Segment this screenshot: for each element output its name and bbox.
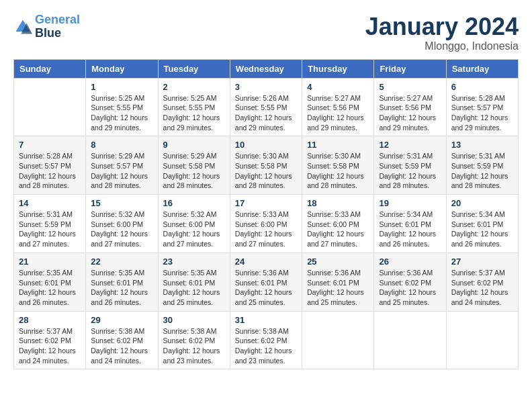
week-row-3: 14Sunrise: 5:31 AM Sunset: 5:59 PM Dayli… bbox=[14, 195, 519, 253]
column-header-saturday: Saturday bbox=[446, 59, 518, 78]
day-number: 25 bbox=[307, 257, 369, 267]
day-cell: 29Sunrise: 5:38 AM Sunset: 6:02 PM Dayli… bbox=[86, 311, 158, 369]
day-info: Sunrise: 5:38 AM Sunset: 6:02 PM Dayligh… bbox=[91, 326, 152, 366]
day-cell: 21Sunrise: 5:35 AM Sunset: 6:01 PM Dayli… bbox=[14, 253, 86, 311]
page-header: General Blue January 2024 Mlonggo, Indon… bbox=[13, 13, 519, 52]
day-info: Sunrise: 5:33 AM Sunset: 6:00 PM Dayligh… bbox=[307, 210, 369, 249]
column-header-monday: Monday bbox=[86, 59, 158, 78]
week-row-5: 28Sunrise: 5:37 AM Sunset: 6:02 PM Dayli… bbox=[14, 311, 519, 369]
day-number: 20 bbox=[451, 198, 513, 208]
day-number: 12 bbox=[379, 140, 441, 150]
day-info: Sunrise: 5:36 AM Sunset: 6:01 PM Dayligh… bbox=[307, 268, 369, 308]
day-cell bbox=[14, 78, 86, 136]
day-number: 27 bbox=[451, 257, 513, 267]
day-cell: 2Sunrise: 5:25 AM Sunset: 5:55 PM Daylig… bbox=[158, 78, 230, 136]
day-cell: 4Sunrise: 5:27 AM Sunset: 5:56 PM Daylig… bbox=[302, 78, 374, 136]
day-cell: 17Sunrise: 5:33 AM Sunset: 6:00 PM Dayli… bbox=[230, 195, 302, 253]
day-cell: 16Sunrise: 5:32 AM Sunset: 6:00 PM Dayli… bbox=[158, 195, 230, 253]
day-cell: 5Sunrise: 5:27 AM Sunset: 5:56 PM Daylig… bbox=[374, 78, 446, 136]
day-number: 21 bbox=[19, 257, 81, 267]
day-info: Sunrise: 5:29 AM Sunset: 5:58 PM Dayligh… bbox=[163, 151, 225, 191]
calendar-table: SundayMondayTuesdayWednesdayThursdayFrid… bbox=[13, 59, 519, 370]
day-info: Sunrise: 5:35 AM Sunset: 6:01 PM Dayligh… bbox=[91, 268, 152, 308]
day-cell: 10Sunrise: 5:30 AM Sunset: 5:58 PM Dayli… bbox=[230, 136, 302, 195]
day-number: 19 bbox=[379, 198, 441, 208]
day-info: Sunrise: 5:26 AM Sunset: 5:55 PM Dayligh… bbox=[235, 93, 297, 133]
day-info: Sunrise: 5:34 AM Sunset: 6:01 PM Dayligh… bbox=[451, 210, 513, 249]
day-number: 23 bbox=[163, 257, 225, 267]
day-number: 26 bbox=[379, 257, 441, 267]
day-cell: 19Sunrise: 5:34 AM Sunset: 6:01 PM Dayli… bbox=[374, 195, 446, 253]
day-info: Sunrise: 5:32 AM Sunset: 6:00 PM Dayligh… bbox=[91, 210, 152, 249]
title-block: January 2024 Mlonggo, Indonesia bbox=[365, 13, 519, 52]
day-info: Sunrise: 5:30 AM Sunset: 5:58 PM Dayligh… bbox=[235, 151, 297, 191]
day-cell: 26Sunrise: 5:36 AM Sunset: 6:02 PM Dayli… bbox=[374, 253, 446, 311]
day-info: Sunrise: 5:31 AM Sunset: 5:59 PM Dayligh… bbox=[19, 210, 81, 249]
day-cell: 24Sunrise: 5:36 AM Sunset: 6:01 PM Dayli… bbox=[230, 253, 302, 311]
day-number: 7 bbox=[19, 140, 81, 150]
day-number: 1 bbox=[91, 82, 152, 92]
day-number: 15 bbox=[91, 198, 152, 208]
day-info: Sunrise: 5:28 AM Sunset: 5:57 PM Dayligh… bbox=[451, 93, 513, 133]
day-cell bbox=[374, 311, 446, 369]
day-cell: 18Sunrise: 5:33 AM Sunset: 6:00 PM Dayli… bbox=[302, 195, 374, 253]
day-cell: 11Sunrise: 5:30 AM Sunset: 5:58 PM Dayli… bbox=[302, 136, 374, 195]
day-cell: 28Sunrise: 5:37 AM Sunset: 6:02 PM Dayli… bbox=[14, 311, 86, 369]
calendar-body: 1Sunrise: 5:25 AM Sunset: 5:55 PM Daylig… bbox=[14, 78, 519, 369]
day-info: Sunrise: 5:27 AM Sunset: 5:56 PM Dayligh… bbox=[307, 93, 369, 133]
week-row-4: 21Sunrise: 5:35 AM Sunset: 6:01 PM Dayli… bbox=[14, 253, 519, 311]
day-number: 22 bbox=[91, 257, 152, 267]
day-number: 30 bbox=[163, 315, 225, 325]
logo-icon bbox=[13, 17, 32, 36]
day-info: Sunrise: 5:37 AM Sunset: 6:02 PM Dayligh… bbox=[19, 326, 81, 366]
day-number: 5 bbox=[379, 82, 441, 92]
day-cell: 9Sunrise: 5:29 AM Sunset: 5:58 PM Daylig… bbox=[158, 136, 230, 195]
day-info: Sunrise: 5:31 AM Sunset: 5:59 PM Dayligh… bbox=[451, 151, 513, 191]
week-row-2: 7Sunrise: 5:28 AM Sunset: 5:57 PM Daylig… bbox=[14, 136, 519, 195]
day-cell: 3Sunrise: 5:26 AM Sunset: 5:55 PM Daylig… bbox=[230, 78, 302, 136]
month-title: January 2024 bbox=[365, 13, 519, 40]
day-number: 3 bbox=[235, 82, 297, 92]
day-info: Sunrise: 5:25 AM Sunset: 5:55 PM Dayligh… bbox=[91, 93, 152, 133]
day-number: 8 bbox=[91, 140, 152, 150]
day-info: Sunrise: 5:31 AM Sunset: 5:59 PM Dayligh… bbox=[379, 151, 441, 191]
day-number: 2 bbox=[163, 82, 225, 92]
day-info: Sunrise: 5:28 AM Sunset: 5:57 PM Dayligh… bbox=[19, 151, 81, 191]
day-cell: 27Sunrise: 5:37 AM Sunset: 6:02 PM Dayli… bbox=[446, 253, 518, 311]
logo: General Blue bbox=[13, 13, 80, 40]
day-cell: 31Sunrise: 5:38 AM Sunset: 6:02 PM Dayli… bbox=[230, 311, 302, 369]
day-info: Sunrise: 5:38 AM Sunset: 6:02 PM Dayligh… bbox=[235, 326, 297, 366]
day-cell bbox=[302, 311, 374, 369]
day-info: Sunrise: 5:36 AM Sunset: 6:02 PM Dayligh… bbox=[379, 268, 441, 308]
day-info: Sunrise: 5:33 AM Sunset: 6:00 PM Dayligh… bbox=[235, 210, 297, 249]
day-number: 29 bbox=[91, 315, 152, 325]
day-number: 10 bbox=[235, 140, 297, 150]
day-cell: 30Sunrise: 5:38 AM Sunset: 6:02 PM Dayli… bbox=[158, 311, 230, 369]
column-header-sunday: Sunday bbox=[14, 59, 86, 78]
day-info: Sunrise: 5:38 AM Sunset: 6:02 PM Dayligh… bbox=[163, 326, 225, 366]
day-number: 24 bbox=[235, 257, 297, 267]
day-cell: 25Sunrise: 5:36 AM Sunset: 6:01 PM Dayli… bbox=[302, 253, 374, 311]
day-number: 17 bbox=[235, 198, 297, 208]
day-cell: 12Sunrise: 5:31 AM Sunset: 5:59 PM Dayli… bbox=[374, 136, 446, 195]
day-number: 4 bbox=[307, 82, 369, 92]
day-info: Sunrise: 5:35 AM Sunset: 6:01 PM Dayligh… bbox=[19, 268, 81, 308]
column-header-tuesday: Tuesday bbox=[158, 59, 230, 78]
column-header-wednesday: Wednesday bbox=[230, 59, 302, 78]
column-headers-row: SundayMondayTuesdayWednesdayThursdayFrid… bbox=[14, 59, 519, 78]
day-number: 11 bbox=[307, 140, 369, 150]
column-header-thursday: Thursday bbox=[302, 59, 374, 78]
day-cell: 6Sunrise: 5:28 AM Sunset: 5:57 PM Daylig… bbox=[446, 78, 518, 136]
day-cell: 15Sunrise: 5:32 AM Sunset: 6:00 PM Dayli… bbox=[86, 195, 158, 253]
day-info: Sunrise: 5:32 AM Sunset: 6:00 PM Dayligh… bbox=[163, 210, 225, 249]
day-info: Sunrise: 5:30 AM Sunset: 5:58 PM Dayligh… bbox=[307, 151, 369, 191]
day-number: 9 bbox=[163, 140, 225, 150]
day-cell: 1Sunrise: 5:25 AM Sunset: 5:55 PM Daylig… bbox=[86, 78, 158, 136]
day-number: 16 bbox=[163, 198, 225, 208]
day-info: Sunrise: 5:25 AM Sunset: 5:55 PM Dayligh… bbox=[163, 93, 225, 133]
day-number: 31 bbox=[235, 315, 297, 325]
location-title: Mlonggo, Indonesia bbox=[365, 40, 519, 52]
day-number: 13 bbox=[451, 140, 513, 150]
day-info: Sunrise: 5:29 AM Sunset: 5:57 PM Dayligh… bbox=[91, 151, 152, 191]
day-cell: 8Sunrise: 5:29 AM Sunset: 5:57 PM Daylig… bbox=[86, 136, 158, 195]
